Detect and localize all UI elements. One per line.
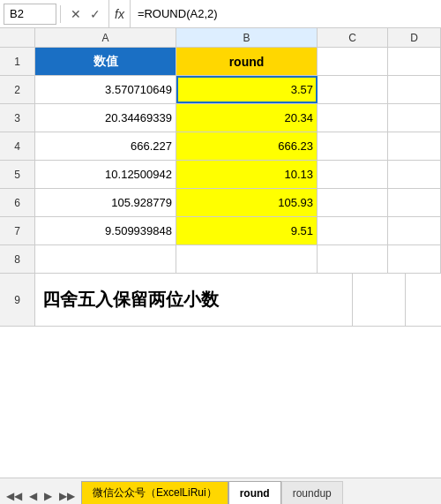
cell-b2[interactable]: 3.57 bbox=[176, 76, 318, 103]
tab-round[interactable]: round bbox=[228, 481, 281, 504]
row-num-1: 1 bbox=[0, 48, 35, 75]
spreadsheet: A B C D 1 数值 round 2 3.570710649 3.57 3 … bbox=[0, 28, 441, 478]
row-num-7: 7 bbox=[0, 217, 35, 244]
table-row: 5 10.12500942 10.13 bbox=[0, 161, 441, 189]
cell-a4[interactable]: 666.227 bbox=[35, 132, 176, 160]
cell-d4[interactable] bbox=[388, 132, 441, 160]
table-row: 9 四舍五入保留两位小数 bbox=[0, 274, 441, 327]
cell-b5[interactable]: 10.13 bbox=[176, 161, 318, 188]
col-header-a[interactable]: A bbox=[35, 28, 176, 47]
fx-label: fx bbox=[108, 0, 131, 27]
row-num-4: 4 bbox=[0, 132, 35, 160]
cell-ref-text: B2 bbox=[10, 7, 24, 20]
cell-c2[interactable] bbox=[318, 76, 388, 103]
tab-roundup[interactable]: roundup bbox=[281, 481, 343, 504]
cell-a7[interactable]: 9.509939848 bbox=[35, 217, 176, 244]
table-row: 7 9.509939848 9.51 bbox=[0, 217, 441, 245]
cell-c6[interactable] bbox=[318, 189, 388, 216]
cell-a3[interactable]: 20.34469339 bbox=[35, 104, 176, 132]
row-num-3: 3 bbox=[0, 104, 35, 132]
cell-b1[interactable]: round bbox=[176, 48, 318, 75]
cell-c5[interactable] bbox=[318, 161, 388, 188]
tab-nav-prev[interactable]: ◀ bbox=[26, 488, 40, 504]
formula-text[interactable]: =ROUND(A2,2) bbox=[132, 7, 437, 20]
cell-a1[interactable]: 数值 bbox=[35, 48, 176, 75]
cell-b3[interactable]: 20.34 bbox=[176, 104, 318, 132]
cancel-icon[interactable]: ✕ bbox=[68, 7, 84, 21]
tab-nav-right[interactable]: ▶▶ bbox=[56, 488, 78, 504]
col-header-d[interactable]: D bbox=[388, 28, 441, 47]
row-num-6: 6 bbox=[0, 189, 35, 216]
table-row: 1 数值 round bbox=[0, 48, 441, 76]
tab-nav-left[interactable]: ◀◀ bbox=[4, 488, 25, 504]
tab-bar: ◀◀ ◀ ▶ ▶▶ 微信公众号（ExcelLiRui） round roundu… bbox=[0, 478, 441, 504]
table-row: 3 20.34469339 20.34 bbox=[0, 104, 441, 132]
cell-c4[interactable] bbox=[318, 132, 388, 160]
cell-d9[interactable] bbox=[353, 274, 406, 326]
tab-nav-next[interactable]: ▶ bbox=[41, 488, 55, 504]
row-num-5: 5 bbox=[0, 161, 35, 188]
table-row: 6 105.928779 105.93 bbox=[0, 189, 441, 217]
grid-body: 1 数值 round 2 3.570710649 3.57 3 20.34469… bbox=[0, 48, 441, 478]
cell-reference-box[interactable]: B2 bbox=[4, 4, 56, 25]
corner-header bbox=[0, 28, 35, 47]
row-num-8: 8 bbox=[0, 245, 35, 273]
table-row: 4 666.227 666.23 bbox=[0, 132, 441, 161]
cell-d3[interactable] bbox=[388, 104, 441, 132]
confirm-icon[interactable]: ✓ bbox=[87, 7, 103, 21]
row-num-2: 2 bbox=[0, 76, 35, 103]
cell-a9-text[interactable]: 四舍五入保留两位小数 bbox=[35, 274, 353, 326]
tab-navigation: ◀◀ ◀ ▶ ▶▶ bbox=[4, 488, 78, 504]
cell-b6[interactable]: 105.93 bbox=[176, 189, 318, 216]
table-row: 8 bbox=[0, 245, 441, 274]
table-row: 2 3.570710649 3.57 bbox=[0, 76, 441, 104]
row-num-9: 9 bbox=[0, 274, 35, 326]
cell-d2[interactable] bbox=[388, 76, 441, 103]
cell-c3[interactable] bbox=[318, 104, 388, 132]
col-header-c[interactable]: C bbox=[318, 28, 388, 47]
cell-a2[interactable]: 3.570710649 bbox=[35, 76, 176, 103]
col-header-b[interactable]: B bbox=[176, 28, 318, 47]
cell-a6[interactable]: 105.928779 bbox=[35, 189, 176, 216]
cell-b4[interactable]: 666.23 bbox=[176, 132, 318, 160]
column-headers: A B C D bbox=[0, 28, 441, 48]
separator-1 bbox=[60, 5, 61, 23]
tab-wechat[interactable]: 微信公众号（ExcelLiRui） bbox=[81, 481, 228, 504]
cell-b7[interactable]: 9.51 bbox=[176, 217, 318, 244]
cell-d6[interactable] bbox=[388, 189, 441, 216]
formula-bar: B2 ✕ ✓ fx =ROUND(A2,2) bbox=[0, 0, 441, 28]
cell-a8[interactable] bbox=[35, 245, 176, 273]
cell-c7[interactable] bbox=[318, 217, 388, 244]
formula-action-icons: ✕ ✓ bbox=[64, 7, 107, 21]
cell-c8[interactable] bbox=[318, 245, 388, 273]
cell-d8[interactable] bbox=[388, 245, 441, 273]
cell-c1[interactable] bbox=[318, 48, 388, 75]
cell-d1[interactable] bbox=[388, 48, 441, 75]
cell-b8[interactable] bbox=[176, 245, 318, 273]
cell-d7[interactable] bbox=[388, 217, 441, 244]
cell-d5[interactable] bbox=[388, 161, 441, 188]
cell-a5[interactable]: 10.12500942 bbox=[35, 161, 176, 188]
